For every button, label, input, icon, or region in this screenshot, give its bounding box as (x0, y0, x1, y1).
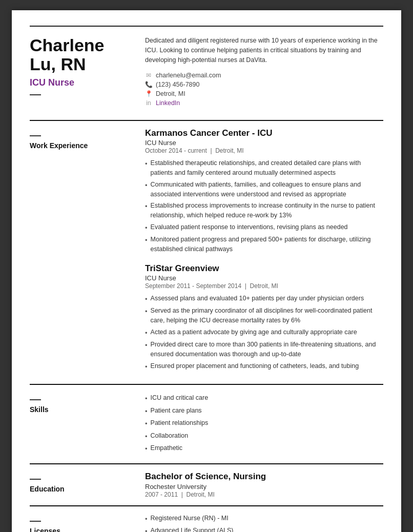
job-1-bullet-4: Evaluated patient response to interventi… (145, 222, 383, 233)
job-1-company: Karmanos Cancer Center - ICU (145, 128, 383, 138)
job-1-bullet-3: Established process improvements to incr… (145, 201, 383, 220)
resume-document: Charlene Lu, RN ICU Nurse Dedicated and … (12, 10, 401, 532)
job-2-bullet-3: Acted as a patient advocate by giving ag… (145, 328, 383, 338)
license-1: Registered Nurse (RN) - MI (145, 514, 383, 524)
edu-meta: 2007 - 2011 | Detroit, MI (145, 491, 383, 498)
licenses-left: Licenses (30, 514, 130, 532)
skill-2: Patient care plans (145, 406, 383, 417)
candidate-name: Charlene Lu, RN (30, 36, 130, 74)
phone-icon: 📞 (145, 81, 152, 88)
summary-text: Dedicated and diligent registered nurse … (145, 36, 383, 65)
work-experience-right: Karmanos Cancer Center - ICU ICU Nurse O… (145, 128, 383, 377)
skill-4: Collaboration (145, 431, 383, 442)
education-divider (30, 463, 383, 464)
job-2-bullets: Assessed plans and evaluated 10+ patient… (145, 294, 383, 372)
job-1-bullet-2: Communicated with patients, families, an… (145, 180, 383, 199)
work-experience-section: Work Experience Karmanos Cancer Center -… (30, 128, 383, 377)
job-2-role: ICU Nurse (145, 274, 383, 282)
job-1-bullets: Established therapeutic relationships, a… (145, 158, 383, 254)
section-divider (30, 94, 41, 95)
education-section-divider (30, 479, 41, 480)
top-border (30, 26, 383, 27)
licenses-section-divider (30, 521, 41, 522)
work-divider (30, 120, 383, 121)
licenses-divider (30, 505, 383, 506)
skill-3: Patient relationships (145, 418, 383, 429)
skills-section-divider (30, 399, 41, 400)
skills-section: Skills ICU and critical care Patient car… (30, 392, 383, 456)
header-section: Charlene Lu, RN ICU Nurse Dedicated and … (30, 36, 383, 112)
skill-1: ICU and critical care (145, 393, 383, 404)
job-2-bullet-5: Ensured proper placement and functioning… (145, 361, 383, 372)
job-2-meta: September 2011 - September 2014 | Detroi… (145, 282, 383, 290)
skill-5: Empathetic (145, 443, 383, 454)
job-1-bullet-1: Established therapeutic relationships, a… (145, 158, 383, 178)
contact-email: ✉ charlenelu@email.com (145, 72, 383, 79)
skills-divider (30, 384, 383, 385)
contact-phone: 📞 (123) 456-7890 (145, 81, 383, 88)
education-right: Bachelor of Science, Nursing Rochester U… (145, 472, 383, 498)
job-1: Karmanos Cancer Center - ICU ICU Nurse O… (145, 128, 383, 254)
job-2-bullet-2: Served as the primary coordinator of all… (145, 306, 383, 325)
licenses-label: Licenses (30, 527, 130, 532)
licenses-section: Licenses Registered Nurse (RN) - MI Adva… (30, 514, 383, 532)
skills-left: Skills (30, 392, 130, 456)
linkedin-link[interactable]: LinkedIn (156, 99, 180, 107)
job-2-company: TriStar Greenview (145, 263, 383, 274)
education-left: Education (30, 472, 130, 498)
location-icon: 📍 (145, 90, 152, 97)
header-left: Charlene Lu, RN ICU Nurse (30, 36, 130, 112)
skills-right: ICU and critical care Patient care plans… (145, 392, 383, 456)
skills-label: Skills (30, 405, 130, 414)
education-section: Education Bachelor of Science, Nursing R… (30, 472, 383, 498)
linkedin-icon: in (145, 99, 152, 107)
job-2: TriStar Greenview ICU Nurse September 20… (145, 263, 383, 372)
email-icon: ✉ (145, 72, 152, 79)
job-2-bullet-1: Assessed plans and evaluated 10+ patient… (145, 294, 383, 304)
edu-degree: Bachelor of Science, Nursing (145, 472, 383, 482)
education-label: Education (30, 485, 130, 493)
job-2-bullet-4: Provided direct care to more than 300 pa… (145, 340, 383, 359)
name-title: Charlene Lu, RN ICU Nurse (30, 36, 130, 88)
job-1-meta: October 2014 - current | Detroit, MI (145, 147, 383, 154)
contact-list: ✉ charlenelu@email.com 📞 (123) 456-7890 … (145, 72, 383, 107)
licenses-list: Registered Nurse (RN) - MI Advanced Life… (145, 514, 383, 532)
licenses-right: Registered Nurse (RN) - MI Advanced Life… (145, 514, 383, 532)
work-experience-left: Work Experience (30, 128, 130, 377)
edu-school: Rochester University (145, 483, 383, 490)
job-1-bullet-5: Monitored patient progress and prepared … (145, 235, 383, 254)
work-section-divider (30, 135, 41, 136)
license-2: Advanced Life Support (ALS) (145, 526, 383, 532)
skills-list: ICU and critical care Patient care plans… (145, 393, 383, 454)
job-1-role: ICU Nurse (145, 139, 383, 147)
header-right: Dedicated and diligent registered nurse … (145, 36, 383, 112)
contact-linkedin[interactable]: in LinkedIn (145, 99, 383, 107)
work-experience-label: Work Experience (30, 141, 130, 150)
job-title: ICU Nurse (30, 77, 130, 88)
contact-location: 📍 Detroit, MI (145, 90, 383, 97)
